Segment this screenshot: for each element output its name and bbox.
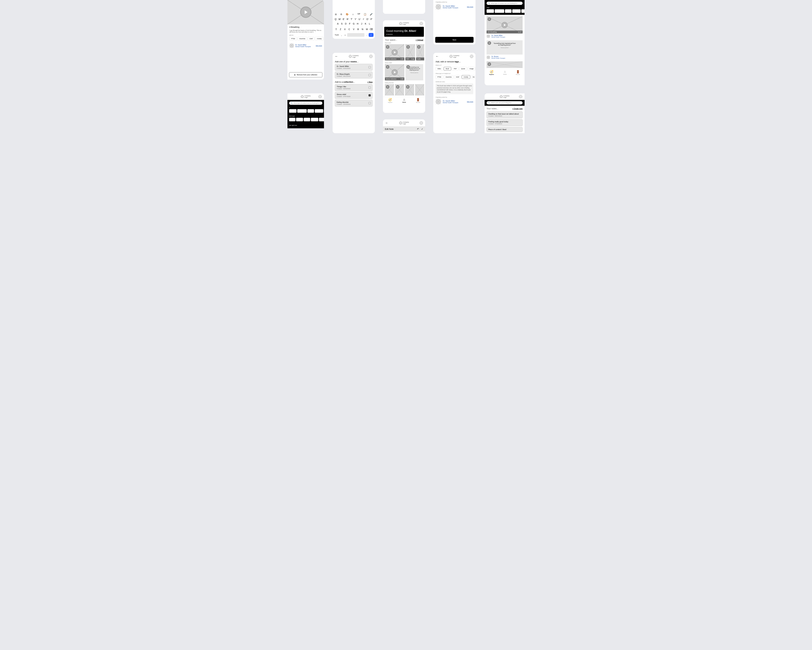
type-pdf[interactable]: PDF: [304, 118, 310, 121]
key-f[interactable]: F: [348, 23, 352, 25]
key-u[interactable]: U7: [358, 18, 362, 20]
next-button[interactable]: Next: [435, 37, 473, 43]
kb-apps-icon[interactable]: ⊞: [335, 13, 337, 15]
key-m[interactable]: M: [365, 28, 369, 31]
key-t[interactable]: T5: [350, 18, 354, 20]
topic-dep[interactable]: De: [471, 75, 475, 79]
tile-quote[interactable]: +"Something truly inspirational from an …: [405, 64, 423, 80]
topic-insomnia[interactable]: Insomnia: [444, 75, 453, 79]
tab-rooms[interactable]: 🚪Rooms: [416, 98, 420, 103]
key-a[interactable]: A: [336, 23, 340, 25]
key-comma[interactable]: ,: [340, 34, 343, 36]
key-e[interactable]: E3: [342, 18, 346, 20]
notes-textarea[interactable]: This book was written in 2015 and goes t…: [435, 84, 473, 94]
tile-audio[interactable]: +Audio: [416, 44, 424, 60]
tag-dep[interactable]: De: [521, 9, 525, 13]
key-d[interactable]: D: [344, 23, 348, 25]
add-icon[interactable]: +: [386, 85, 389, 88]
kb-gif-icon[interactable]: GIF: [358, 13, 360, 15]
key-w[interactable]: W2: [338, 18, 342, 20]
add-icon[interactable]: +: [487, 41, 491, 45]
tag-anxiety[interactable]: Anxiety: [315, 37, 324, 40]
key-z[interactable]: Z: [338, 28, 343, 31]
type-quote[interactable]: Quote: [311, 118, 319, 121]
tag-ptsd[interactable]: PTSD: [289, 37, 297, 40]
key-o[interactable]: O9: [366, 18, 369, 20]
key-h[interactable]: H: [356, 23, 360, 25]
add-icon[interactable]: +: [406, 85, 409, 88]
checkbox-checked[interactable]: [368, 94, 371, 96]
key-symbols[interactable]: ?123: [334, 34, 339, 36]
see-more-link[interactable]: See more: [467, 6, 473, 8]
tile-stress-reduction[interactable]: +Stress reduction2:35: [385, 44, 404, 60]
key-r[interactable]: R4: [346, 18, 350, 20]
tag-grief[interactable]: Grief: [307, 109, 314, 113]
key-k[interactable]: K: [363, 23, 368, 25]
note-item[interactable]: Feeling really good todayCreated - 07/22…: [487, 119, 523, 126]
tile[interactable]: +: [395, 84, 404, 96]
key-b[interactable]: B: [356, 28, 360, 31]
tag-grief[interactable]: Grief: [308, 37, 314, 40]
tag-grief[interactable]: Grief: [505, 9, 512, 13]
kb-clipboard-icon[interactable]: 📋: [363, 13, 366, 15]
undo-icon[interactable]: ↶: [417, 128, 419, 130]
add-icon[interactable]: +: [386, 45, 389, 49]
tile-stress-reduction[interactable]: +Stress reduction2:35: [385, 64, 404, 80]
key-enter[interactable]: ↵: [369, 33, 374, 37]
key-q[interactable]: Q1: [334, 18, 338, 20]
type-book[interactable]: Book: [296, 118, 303, 121]
keyboard[interactable]: Q1 W2 E3 R4 T5 Y6 U7 I8 O9 P0 A S D F G …: [334, 17, 374, 38]
new-button[interactable]: + New: [367, 81, 372, 83]
tab-rooms[interactable]: 🚪Rooms: [516, 70, 520, 75]
type-image[interactable]: Image: [319, 118, 324, 121]
feed-video[interactable]: +444 Breathing11:07: [487, 17, 523, 34]
checkbox[interactable]: [368, 66, 371, 69]
kb-theme-icon[interactable]: 🎨: [346, 13, 348, 15]
back-button[interactable]: ←: [385, 121, 388, 125]
collection-item[interactable]: Eating disorderCreated - 10/15/2019: [335, 100, 372, 107]
key-l[interactable]: L: [368, 23, 372, 25]
tab-explore[interactable]: 🧭Explore: [388, 98, 392, 103]
key-shift[interactable]: ⇧: [334, 27, 338, 31]
key-i[interactable]: I8: [362, 18, 366, 20]
key-backspace[interactable]: ⌫: [369, 28, 374, 31]
key-c[interactable]: C: [347, 28, 351, 31]
tag-anxiety[interactable]: Anxiety: [512, 9, 520, 13]
add-icon[interactable]: +: [406, 45, 410, 49]
upload-button[interactable]: + Upload: [415, 39, 423, 41]
collection-item[interactable]: Things I likeCreated - 02/02/2023: [335, 84, 372, 91]
kb-settings-icon[interactable]: ⚙: [340, 13, 342, 15]
profile-icon[interactable]: [369, 55, 372, 58]
tile[interactable]: [415, 84, 424, 96]
topic-anxiety[interactable]: Anxiety: [462, 75, 470, 79]
see-more-link[interactable]: See more: [467, 101, 473, 102]
key-space[interactable]: [347, 33, 365, 37]
feed-quote[interactable]: +"Something truly inspirational from an …: [487, 40, 523, 55]
add-icon[interactable]: +: [386, 65, 389, 69]
tile[interactable]: +: [385, 84, 394, 96]
checkbox[interactable]: [368, 102, 371, 104]
check-icon[interactable]: ✓: [421, 128, 423, 130]
tag-insomnia[interactable]: Insomnia: [495, 9, 504, 13]
search-input[interactable]: 🔍What type of content are you looking fo…: [487, 2, 523, 5]
feed-item[interactable]: +: [487, 61, 523, 68]
see-more-link[interactable]: See more: [316, 45, 322, 46]
add-icon[interactable]: +: [417, 45, 421, 49]
key-s[interactable]: S: [340, 23, 343, 25]
key-n[interactable]: N: [360, 28, 365, 31]
play-icon[interactable]: [300, 6, 311, 18]
add-icon[interactable]: +: [487, 17, 491, 21]
note-item[interactable]: Piece of content I liked: [487, 127, 523, 132]
add-icon[interactable]: +: [406, 65, 410, 69]
tag-anxiety[interactable]: Anxiety: [315, 109, 323, 113]
type-image[interactable]: Image: [468, 67, 475, 70]
tag-ptsd[interactable]: PTSD: [289, 109, 296, 113]
key-x[interactable]: X: [343, 28, 347, 31]
kb-mic-icon[interactable]: 🎤: [370, 13, 372, 15]
tile-pdf[interactable]: +PDF8 pg: [405, 44, 415, 60]
collection-item[interactable]: Stress reliefCreated - 07/07/2020: [335, 92, 372, 99]
key-dot[interactable]: .: [365, 34, 368, 36]
type-book[interactable]: Book: [444, 67, 451, 70]
key-v[interactable]: V: [351, 28, 356, 31]
type-video[interactable]: ideo: [289, 118, 295, 121]
